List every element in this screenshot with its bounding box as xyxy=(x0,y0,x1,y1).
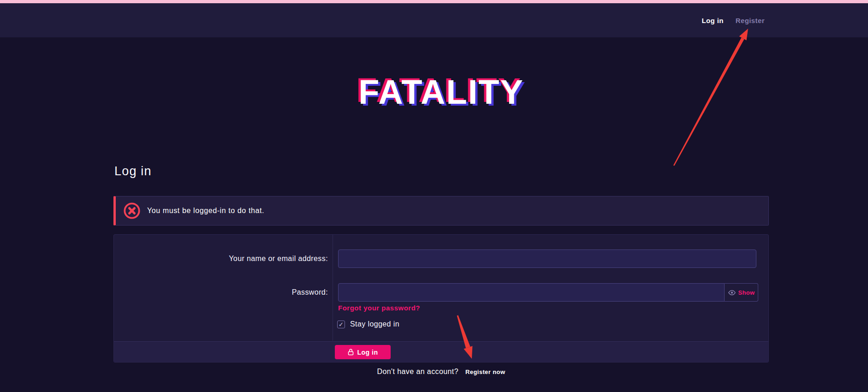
password-group: Show xyxy=(338,283,758,302)
error-banner: You must be logged-in to do that. xyxy=(113,196,769,226)
login-submit-label: Log in xyxy=(357,349,378,356)
register-prompt: Don't have an account? Register now xyxy=(113,368,769,376)
show-password-button[interactable]: Show xyxy=(725,283,758,302)
page-title: Log in xyxy=(114,164,152,178)
password-label: Password: xyxy=(114,283,328,302)
stay-logged-in-row[interactable]: ✓ Stay logged in xyxy=(337,320,399,328)
checkmark-icon: ✓ xyxy=(339,321,344,327)
site-logo[interactable]: FATALITY xyxy=(113,75,769,109)
password-input[interactable] xyxy=(338,283,725,302)
x-circle-icon xyxy=(123,202,141,220)
lock-icon xyxy=(348,349,354,356)
register-now-link[interactable]: Register now xyxy=(465,368,505,375)
login-form: Your name or email address: Password: Sh… xyxy=(113,234,769,362)
stay-logged-in-label: Stay logged in xyxy=(350,320,399,328)
forgot-password-link[interactable]: Forgot your password? xyxy=(338,304,420,312)
name-label: Your name or email address: xyxy=(114,249,328,268)
stay-logged-in-checkbox[interactable]: ✓ xyxy=(337,321,345,328)
form-footer: Log in xyxy=(114,341,768,362)
eye-icon xyxy=(728,290,736,296)
login-submit-button[interactable]: Log in xyxy=(335,345,391,359)
main-content: FATALITY Log in You must be logged-in to… xyxy=(113,0,769,392)
name-input[interactable] xyxy=(338,249,756,268)
show-password-label: Show xyxy=(738,289,755,296)
error-message: You must be logged-in to do that. xyxy=(147,207,264,215)
form-column-divider xyxy=(333,235,333,341)
no-account-text: Don't have an account? xyxy=(377,368,458,376)
